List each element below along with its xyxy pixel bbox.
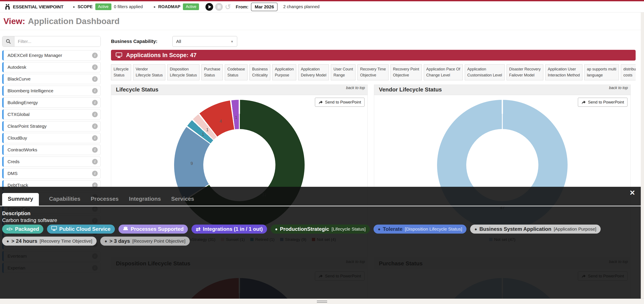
info-icon[interactable]: i <box>92 159 98 164</box>
dot-icon: ● <box>378 227 380 231</box>
attribute-chip[interactable]: Recovery Time Objective <box>358 64 388 80</box>
tab-processes[interactable]: Processes <box>90 196 118 206</box>
attribute-chip[interactable]: User Count Range <box>331 64 356 80</box>
dot-icon: ● <box>275 227 278 231</box>
tab-integrations[interactable]: Integrations <box>129 196 161 206</box>
tab-capabilities[interactable]: Capabilities <box>49 196 80 206</box>
roadmap-label[interactable]: ROADMAP <box>158 4 180 9</box>
back-to-top-link[interactable]: back to top <box>346 86 365 90</box>
donut-segment-label: 1 <box>235 115 238 120</box>
roadmap-status-badge[interactable]: Active <box>183 4 199 10</box>
donut-segment-label: 4 <box>220 119 222 124</box>
application-list-item[interactable]: CTXGlobali <box>2 109 101 120</box>
bottom-resize-bar <box>0 299 644 304</box>
filters-applied-text: 0 filters applied <box>114 4 143 9</box>
attribute-chip[interactable]: distribute costs <box>621 64 636 80</box>
badge-24-hours[interactable]: ●> 24 hours[Recovery Time Objective] <box>2 236 96 246</box>
tab-summary[interactable]: Summary <box>2 193 39 206</box>
info-icon[interactable]: i <box>92 52 98 58</box>
application-list-item[interactable]: ADEXCell Energy Manageri <box>2 50 101 60</box>
application-detail-overlay: ✕ SummaryCapabilitiesProcessesIntegratio… <box>0 187 641 299</box>
attribute-chip[interactable]: Recovery Point Objective <box>390 64 422 80</box>
application-list-item[interactable]: Autodeski <box>2 62 101 72</box>
send-to-powerpoint-button[interactable]: Send to PowerPoint <box>578 98 628 107</box>
application-name: ADEXCell Energy Manager <box>8 53 62 58</box>
application-name: CTXGlobal <box>8 112 30 117</box>
application-name: BlackCurve <box>8 76 30 82</box>
info-icon[interactable]: i <box>92 100 98 106</box>
info-icon[interactable]: i <box>92 76 98 82</box>
filter-input[interactable] <box>14 36 100 46</box>
scrollbar-track[interactable] <box>641 12 644 304</box>
scope-label[interactable]: SCOPE <box>78 4 92 9</box>
application-list-item[interactable]: Bloomberg Intelligencei <box>2 86 101 96</box>
badge-processes-supported[interactable]: Processes Supported <box>118 224 188 234</box>
attribute-chip[interactable]: Application Customisation Level <box>465 64 505 80</box>
back-to-top-link[interactable]: back to top <box>609 86 628 90</box>
scope-status-badge[interactable]: Active <box>95 4 112 10</box>
close-icon[interactable]: ✕ <box>630 189 635 196</box>
attribute-chip[interactable]: Codebase Status <box>225 64 248 80</box>
changes-planned-text: 2 changes planned <box>283 4 320 9</box>
badge-3-days[interactable]: ●> 3 days[Recovery Point Objective] <box>100 236 190 246</box>
panel-title: Lifecycle Status <box>116 86 158 93</box>
application-list-item[interactable]: BuildingEnergyi <box>2 98 101 108</box>
badge-suffix: [Disposition Lifecycle Status] <box>405 226 462 232</box>
badge-label: Packaged <box>15 226 39 232</box>
history-reset-button[interactable]: ↺ <box>225 3 231 11</box>
drag-handle[interactable] <box>317 300 327 304</box>
info-icon[interactable]: i <box>92 171 98 176</box>
badge-integrations-1-in-1-out[interactable]: ⇄Integrations (1 in / 1 out) <box>192 224 267 234</box>
view-label: View: <box>4 16 25 26</box>
badge-tolerate[interactable]: ●Tolerate[Disposition Lifecycle Status] <box>374 224 466 234</box>
attribute-chip[interactable]: Purchase Status <box>201 64 223 80</box>
tab-services[interactable]: Services <box>171 196 194 206</box>
application-list-item[interactable]: DMSi <box>2 168 101 178</box>
application-list-item[interactable]: BlackCurvei <box>2 74 101 84</box>
donut-segment-label: 1 <box>202 132 204 137</box>
attribute-chip[interactable]: Application Delivery Model <box>298 64 329 80</box>
play-button[interactable] <box>206 3 213 11</box>
info-icon[interactable]: i <box>92 124 98 129</box>
attribute-chip[interactable]: Application User Interaction Method <box>545 64 582 80</box>
info-icon[interactable]: i <box>92 147 98 153</box>
dot-icon: ● <box>6 239 9 243</box>
attribute-chip[interactable]: Lifecycle Status <box>111 64 131 80</box>
application-name: ClearPoint Strategy <box>8 124 46 129</box>
application-list-item[interactable]: ClearPoint Strategyi <box>2 121 101 132</box>
badge-public-cloud-service[interactable]: Public Cloud Service <box>47 224 115 234</box>
badge-business-system-application[interactable]: ●Business System Application[Application… <box>470 224 601 234</box>
application-list-item[interactable]: CloudBuyi <box>2 133 101 143</box>
scope-nav[interactable]: ▸ SCOPE Active 0 filters applied <box>73 4 143 10</box>
attribute-chip[interactable]: Disaster Recovery Failover Model <box>506 64 543 80</box>
donut-segment-label: 9 <box>190 161 193 166</box>
badge-productionstrategic[interactable]: ●ProductionStrategic[Lifecycle Status] <box>271 224 370 234</box>
roadmap-nav[interactable]: ▸ ROADMAP Active <box>154 4 199 10</box>
chevron-down-icon: ▼ <box>230 40 234 43</box>
sidebar-search <box>2 36 101 47</box>
application-list-item[interactable]: ContractWorksi <box>2 145 101 155</box>
attribute-chip[interactable]: Vendor Lifecycle Status <box>133 64 165 80</box>
badge-packaged[interactable]: </>Packaged <box>2 224 43 234</box>
info-icon[interactable]: i <box>92 135 98 141</box>
application-name: Bloomberg Intelligence <box>8 88 54 94</box>
application-list-item[interactable]: Credsi <box>2 156 101 167</box>
attribute-chip[interactable]: Application Pace Of Change Level <box>424 64 463 80</box>
info-icon[interactable]: i <box>92 64 98 70</box>
dot-icon: ● <box>104 239 107 243</box>
pause-button[interactable] <box>215 3 223 11</box>
business-capability-select[interactable]: All ▼ <box>172 36 237 47</box>
from-date-picker[interactable]: Mar 2026 <box>251 2 278 11</box>
attribute-chip[interactable]: Business Criticality <box>250 64 270 80</box>
attribute-chip[interactable]: Disposition Lifecycle Status <box>167 64 200 80</box>
page-title-row: View: Application Dashboard <box>0 12 644 30</box>
badge-label: Integrations (1 in / 1 out) <box>203 226 263 232</box>
info-icon[interactable]: i <box>92 112 98 117</box>
send-to-powerpoint-button[interactable]: Send to PowerPoint <box>315 98 364 107</box>
attribute-chip[interactable]: ap supports multi language <box>584 64 619 80</box>
description-label: Description <box>2 210 30 216</box>
business-capability-label: Business Capability: <box>111 39 157 44</box>
application-name: Autodesk <box>8 64 26 70</box>
attribute-chip[interactable]: Application Purpose <box>272 64 296 80</box>
info-icon[interactable]: i <box>92 88 98 94</box>
